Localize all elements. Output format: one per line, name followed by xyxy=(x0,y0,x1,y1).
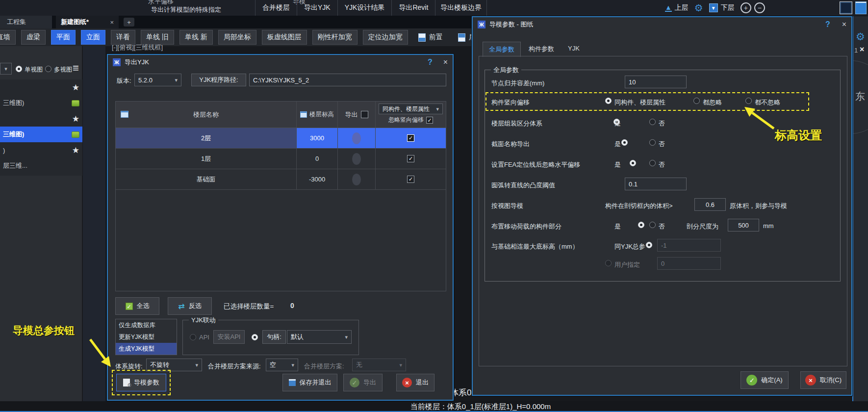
col-floor-elev[interactable]: 楼层标高 xyxy=(309,110,334,119)
merge-tol-input[interactable]: 10 xyxy=(625,76,687,88)
save-exit-button[interactable]: 保存并退出 xyxy=(282,374,337,391)
export-all-checkbox[interactable] xyxy=(361,111,368,118)
export-indicator[interactable] xyxy=(352,153,361,165)
api-radio[interactable] xyxy=(190,334,196,340)
toolbar-single-line-old[interactable]: 单线 旧 xyxy=(141,30,174,45)
export-indicator[interactable] xyxy=(352,174,361,185)
layer-tree-icon[interactable] xyxy=(840,1,852,14)
ok-button[interactable]: ✓ 确定(A) xyxy=(740,371,789,389)
zoom-out-icon[interactable]: − xyxy=(754,2,765,13)
row-checkbox[interactable]: ✓ xyxy=(407,155,414,162)
install-api-button[interactable]: 安装API xyxy=(213,330,245,344)
base-yjk-input[interactable]: -1 xyxy=(657,239,721,252)
view-export-input[interactable]: 0.6 xyxy=(694,198,726,211)
zoom-in-icon[interactable]: + xyxy=(740,2,751,13)
document-list-icon[interactable] xyxy=(855,1,867,14)
toolbar-slab-dashed-layer[interactable]: 板虚线图层 xyxy=(262,30,307,45)
help-icon[interactable]: ? xyxy=(428,58,433,67)
table-row[interactable]: 2层 3000 ✓ xyxy=(116,128,446,149)
col-export[interactable]: 导出 xyxy=(345,110,358,119)
floor-sys-no-radio[interactable] xyxy=(649,119,656,125)
col-floor-name[interactable]: 楼层名称 xyxy=(193,110,219,119)
toolbar-virtual-beam[interactable]: 虚梁 xyxy=(21,30,46,45)
base-user-input[interactable]: 0 xyxy=(657,257,721,270)
section-name-no-radio[interactable] xyxy=(649,139,656,146)
yjk-path-input[interactable]: C:\YJKS\YJKS_5_2 xyxy=(249,74,446,86)
tab-new-drawing[interactable]: 新建图纸* × xyxy=(56,16,119,28)
ignore-offset-checkbox[interactable]: ✓ xyxy=(426,117,433,124)
compass-east-label[interactable]: 东 xyxy=(855,90,865,103)
sidebar-view-combo[interactable]: ▾ xyxy=(0,63,12,75)
toolbar-detail-view[interactable]: 详看 xyxy=(111,30,135,45)
export-indicator[interactable] xyxy=(352,132,361,144)
tab-yjk[interactable]: YJK xyxy=(562,42,586,57)
favorite-star-icon[interactable]: ★ xyxy=(72,82,79,93)
base-user-radio[interactable] xyxy=(605,260,612,266)
new-tab-button[interactable]: + xyxy=(124,18,134,26)
tab-global-params[interactable]: 全局参数 xyxy=(483,42,521,57)
list-item[interactable]: 三维图) xyxy=(0,95,82,111)
table-grid-icon[interactable] xyxy=(121,111,128,118)
view-image-icon[interactable] xyxy=(72,131,79,138)
favorite-star-icon[interactable]: ★ xyxy=(72,145,79,155)
toolbar-plan-view[interactable]: 平面 xyxy=(51,30,76,45)
toolbar-locating-edge-widen[interactable]: 定位边加宽 xyxy=(363,30,408,45)
fea-yes-radio[interactable] xyxy=(630,160,636,166)
select-all-button[interactable]: ✓ 全选 xyxy=(115,297,159,315)
list-item-selected[interactable]: 三维图) xyxy=(0,127,82,142)
ribbon-button-export-slab-edge[interactable]: 导出楼板边界 xyxy=(435,0,486,16)
mode-option-update[interactable]: 更新YJK模型 xyxy=(116,331,177,343)
hamburger-icon[interactable]: ≡ xyxy=(73,62,79,75)
ribbon-button-export-revit[interactable]: 导出Revit xyxy=(392,0,435,16)
lower-floor-button[interactable]: ▼ 下层 xyxy=(706,1,738,15)
mode-option-generate[interactable]: 生成YJK模型 xyxy=(116,343,177,355)
moving-load-yes-radio[interactable] xyxy=(638,222,644,228)
row-checkbox[interactable]: ✓ xyxy=(407,134,414,142)
close-icon[interactable]: × xyxy=(842,20,846,29)
help-icon[interactable]: ? xyxy=(825,20,830,29)
toolbar-single-line-new[interactable]: 单线 新 xyxy=(179,30,213,45)
row-checkbox[interactable]: ✓ xyxy=(407,176,414,183)
arc-input[interactable]: 0.1 xyxy=(625,178,687,190)
merge-plan-combo[interactable]: 无 ▾ xyxy=(352,359,406,371)
list-item[interactable]: ) ★ xyxy=(0,142,82,158)
upper-floor-button[interactable]: ▲ 上层 xyxy=(662,1,691,15)
list-item[interactable]: ★ xyxy=(0,111,82,127)
table-row[interactable]: 1层 0 ✓ xyxy=(116,149,446,169)
toolbar-straight-wall[interactable]: 直墙 xyxy=(0,30,16,45)
fea-no-radio[interactable] xyxy=(649,160,656,166)
list-item[interactable]: ★ xyxy=(0,79,82,95)
panel-close-icon[interactable]: × xyxy=(860,45,864,54)
tab-project-set[interactable]: 工程集 xyxy=(0,16,52,28)
toolbar-rigid-bar-widen[interactable]: 刚性杆加宽 xyxy=(312,30,357,45)
list-item[interactable]: 层三维... xyxy=(0,158,82,174)
version-combo[interactable]: 5.2.0 ▾ xyxy=(134,74,181,86)
viewport-label[interactable]: [-][俯视][三维线框] xyxy=(112,43,163,52)
ribbon-button-yjk-results[interactable]: YJK设计结果 xyxy=(338,0,392,16)
table-row[interactable]: 基础面 -3000 ✓ xyxy=(116,169,446,190)
close-icon[interactable]: × xyxy=(443,58,448,67)
exit-button[interactable]: × 退出 xyxy=(396,374,434,391)
export-button[interactable]: ✓ 导出 xyxy=(343,374,383,391)
gear-icon[interactable]: ⚙ xyxy=(694,2,703,14)
mode-option-db-only[interactable]: 仅生成数据库 xyxy=(116,319,177,331)
ribbon-button-merge-floors[interactable]: 合并楼层 xyxy=(255,0,297,16)
tab-close-icon[interactable]: × xyxy=(110,19,114,26)
invert-selection-button[interactable]: ⇄ 反选 xyxy=(168,297,212,315)
mesh-scale-input[interactable]: 500 xyxy=(728,219,759,232)
attr-mode-combo[interactable]: 同构件、楼层属性 ▾ xyxy=(379,103,443,114)
handle-combo[interactable]: 默认 ▾ xyxy=(287,330,352,344)
favorite-star-icon[interactable]: ★ xyxy=(72,114,79,124)
tab-member-params[interactable]: 构件参数 xyxy=(523,42,560,57)
toolbar-bring-front[interactable]: 前置 xyxy=(413,30,448,45)
view-image-icon[interactable] xyxy=(72,100,79,106)
ribbon-button-export-yjk[interactable]: 导出YJK xyxy=(297,0,337,16)
panel-gear-icon[interactable]: ⚙ xyxy=(856,31,865,43)
handle-radio[interactable] xyxy=(252,334,258,340)
export-dialog-titlebar[interactable]: Ж 导出YJK ? × xyxy=(108,55,453,70)
toolbar-elevation-view[interactable]: 立面 xyxy=(81,30,105,45)
params-dialog-titlebar[interactable]: Ж 导模参数 - 图纸 ? × xyxy=(473,17,851,32)
toolbar-local-coords[interactable]: 局部坐标 xyxy=(218,30,256,45)
single-view-radio[interactable] xyxy=(16,66,22,72)
cancel-button[interactable]: × 取消(C) xyxy=(800,371,846,389)
